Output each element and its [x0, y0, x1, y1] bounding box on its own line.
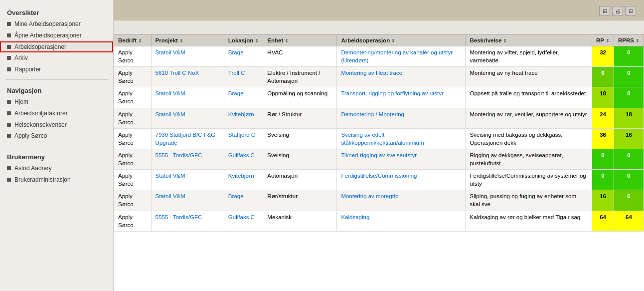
sidebar-section-title-1: Navigasjon [0, 84, 113, 96]
cell-arbeidsoperasjon[interactable]: Ferdigstillelse/Commissioning [337, 170, 466, 190]
link-prosjekt[interactable]: 7930 Statfjord B/C F&G Upgrade [156, 132, 216, 146]
cell-prosjekt[interactable]: 5610 Troll C NoX [151, 67, 224, 87]
link-lokasjon[interactable]: Kvitebjørn [228, 173, 254, 179]
cell-bedrift: Apply Sørco [114, 67, 152, 87]
link-prosjekt[interactable]: Statoil V&M [156, 90, 185, 96]
cell-enhet: Rør/struktur [263, 190, 337, 211]
cell-bedrift: Apply Sørco [114, 149, 152, 169]
link-lokasjon[interactable]: Statfjord C [228, 132, 255, 138]
cell-lokasjon[interactable]: Statfjord C [224, 128, 263, 149]
cell-arbeidsoperasjon[interactable]: Kaldsaging [337, 211, 466, 231]
cell-lokasjon[interactable]: Gullfaks C [224, 211, 263, 231]
cell-arbeidsoperasjon[interactable]: Demontering / Montering [337, 108, 466, 128]
link-arbeidsoperasjon[interactable]: Montering av Heat trace [341, 70, 402, 76]
cell-lokasjon[interactable]: Brage [224, 190, 263, 211]
sidebar-bullet-icon [7, 166, 11, 170]
table-row: Apply SørcoStatoil V&MKvitebjørnAutomasj… [114, 170, 644, 190]
sidebar-bullet-icon [7, 22, 11, 26]
link-lokasjon[interactable]: Brage [228, 193, 244, 199]
sidebar-item-brukeradministrasjon[interactable]: Brukeradministrasjon [0, 174, 113, 186]
cell-beskrivelse: Kaldsaging av rør og bjelker med Tigair … [466, 211, 592, 231]
link-lokasjon[interactable]: Kvitebjørn [228, 111, 254, 117]
sidebar-item-hjem[interactable]: Hjem [0, 96, 113, 108]
col-header-rp[interactable]: RP⇕ [592, 35, 614, 46]
cell-enhet: Sveising [263, 128, 337, 149]
cell-rprs: 16 [614, 128, 644, 149]
cell-prosjekt[interactable]: 7930 Statfjord B/C F&G Upgrade [151, 128, 224, 149]
sidebar-item-rapporter[interactable]: Rapporter [0, 64, 113, 75]
link-arbeidsoperasjon[interactable]: Demontering / Montering [341, 111, 404, 117]
cell-arbeidsoperasjon[interactable]: Transport, rigging og forflytning av uts… [337, 87, 466, 108]
sidebar-item-label: Rapporter [14, 65, 41, 74]
link-arbeidsoperasjon[interactable]: Ferdigstillelse/Commissioning [341, 173, 417, 179]
cell-prosjekt[interactable]: Statoil V&M [151, 170, 224, 190]
link-arbeidsoperasjon[interactable]: Sveising av edelt stål/koppernikkel/tita… [341, 132, 424, 146]
cell-rp: 36 [592, 128, 614, 149]
sidebar-item-helsekonsekvenser[interactable]: Helsekonsekvenser [0, 119, 113, 131]
cell-prosjekt[interactable]: 5555 - Tordis/GFC [151, 149, 224, 169]
col-header-enhet[interactable]: Enhet⇕ [263, 35, 337, 46]
link-lokasjon[interactable]: Brage [228, 49, 244, 55]
cell-lokasjon[interactable]: Brage [224, 87, 263, 108]
sidebar-bullet-icon [7, 45, 11, 49]
sidebar-item-arbeidsoperasjoner[interactable]: Arbeidsoperasjoner [0, 41, 113, 53]
cell-enhet: Mekanisk [263, 211, 337, 231]
cell-bedrift: Apply Sørco [114, 128, 152, 149]
cell-arbeidsoperasjon[interactable]: Sveising av edelt stål/koppernikkel/tita… [337, 128, 466, 149]
link-prosjekt[interactable]: Statoil V&M [156, 193, 185, 199]
sidebar-item-label: Arbeidsoperasjoner [14, 43, 66, 51]
sidebar-item-apne-arbeidsoperasjoner[interactable]: Åpne Arbeidsoperasjoner [0, 30, 113, 41]
cell-beskrivelse: Montering av ny heat trace [466, 67, 592, 87]
cell-enhet: Elektro / Instrument / Automasjon [263, 67, 337, 87]
link-prosjekt[interactable]: Statoil V&M [156, 173, 185, 179]
sidebar-item-mine-arbeidsoperasjoner[interactable]: Mine Arbeidsoperasjoner [0, 18, 113, 30]
cell-arbeidsoperasjon[interactable]: Montering av Heat trace [337, 67, 466, 87]
link-lokasjon[interactable]: Brage [228, 90, 244, 96]
link-prosjekt[interactable]: 5555 - Tordis/GFC [156, 214, 202, 220]
col-header-lokasjon[interactable]: Lokasjon⇕ [224, 35, 263, 46]
cell-arbeidsoperasjon[interactable]: Til/ned-rigging av sveiseutstyr [337, 149, 466, 169]
col-header-rprs[interactable]: RPRS⇕ [614, 35, 644, 46]
sidebar-item-arbeidsmiljofaktorer[interactable]: Arbeidsmiljøfaktorer [0, 108, 113, 119]
cell-arbeidsoperasjon[interactable]: Montering av moregrip [337, 190, 466, 211]
col-header-arbeidsoperasjon[interactable]: Arbeidsoperasjon⇕ [337, 35, 466, 46]
cell-lokasjon[interactable]: Gullfaks C [224, 149, 263, 169]
link-prosjekt[interactable]: Statoil V&M [156, 111, 185, 117]
view-icon-btn[interactable]: ⊞ [599, 6, 610, 16]
sidebar-item-apply-sorco[interactable]: Apply Sørco [0, 130, 113, 142]
link-lokasjon[interactable]: Troll C [228, 70, 245, 76]
sidebar-bullet-icon [7, 33, 11, 37]
sidebar-item-arkiv[interactable]: Arkiv [0, 52, 113, 64]
cell-lokasjon[interactable]: Kvitebjørn [224, 108, 263, 128]
link-lokasjon[interactable]: Gullfaks C [228, 152, 255, 158]
cell-prosjekt[interactable]: Statoil V&M [151, 46, 224, 67]
link-prosjekt[interactable]: 5555 - Tordis/GFC [156, 152, 202, 158]
link-arbeidsoperasjon[interactable]: Til/ned-rigging av sveiseutstyr [341, 152, 417, 158]
cell-prosjekt[interactable]: Statoil V&M [151, 108, 224, 128]
table-header: Bedrift⇕Prosjekt⇕Lokasjon⇕Enhet⇕Arbeidso… [114, 35, 644, 46]
cell-rprs: 0 [614, 46, 644, 67]
link-prosjekt[interactable]: 5610 Troll C NoX [156, 70, 199, 76]
sidebar-item-astrid-aadnoy[interactable]: Astrid Aadnøy [0, 163, 113, 174]
col-header-prosjekt[interactable]: Prosjekt⇕ [151, 35, 224, 46]
cell-lokasjon[interactable]: Troll C [224, 67, 263, 87]
cell-prosjekt[interactable]: 5555 - Tordis/GFC [151, 211, 224, 231]
link-prosjekt[interactable]: Statoil V&M [156, 49, 185, 55]
link-arbeidsoperasjon[interactable]: Kaldsaging [341, 214, 369, 220]
link-arbeidsoperasjon[interactable]: Montering av moregrip [341, 193, 398, 199]
cell-arbeidsoperasjon[interactable]: Demontering/montering av kanaler og utst… [337, 46, 466, 67]
cell-lokasjon[interactable]: Brage [224, 46, 263, 67]
link-arbeidsoperasjon[interactable]: Transport, rigging og forflytning av uts… [341, 90, 443, 96]
col-header-bedrift[interactable]: Bedrift⇕ [114, 35, 152, 46]
export-icon-btn[interactable]: ⊟ [625, 6, 636, 16]
cell-prosjekt[interactable]: Statoil V&M [151, 87, 224, 108]
col-header-beskrivelse[interactable]: Beskrivelse⇕ [466, 35, 592, 46]
link-lokasjon[interactable]: Gullfaks C [228, 214, 255, 220]
cell-prosjekt[interactable]: Statoil V&M [151, 190, 224, 211]
cell-rp: 0 [592, 149, 614, 169]
link-arbeidsoperasjon[interactable]: Demontering/montering av kanaler og utst… [341, 49, 453, 63]
cell-rp: 18 [592, 87, 614, 108]
cell-lokasjon[interactable]: Kvitebjørn [224, 170, 263, 190]
print-icon-btn[interactable]: 🖨 [612, 6, 623, 16]
cell-beskrivelse: Rigging av dekkgass, sveiseapparat, pust… [466, 149, 592, 169]
